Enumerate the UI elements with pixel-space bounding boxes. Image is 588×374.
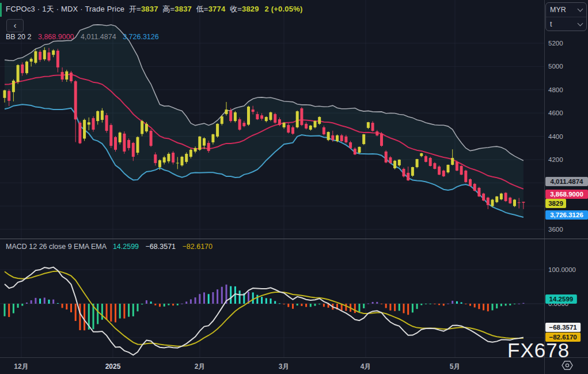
symbol-header: FCPOc3 · 1天 · MDX · Trade Price 开=3837 高… [6, 4, 303, 14]
chevron-down-icon [578, 6, 583, 12]
low-value: 3774 [208, 5, 226, 13]
bb-legend: BB 20 2 3,868.9000 4,011.4874 3,726.3126 [6, 33, 159, 41]
chart-canvas[interactable] [0, 0, 544, 357]
unit-select[interactable]: t [546, 17, 586, 31]
close-value: 3829 [242, 5, 259, 13]
high-label: 高= [162, 5, 174, 13]
currency-value: MYR [550, 6, 566, 14]
low-label: 低= [196, 5, 208, 13]
high-value: 3837 [174, 5, 192, 13]
macd-signal-value: −82.6170 [183, 243, 213, 251]
bb-upper-value: 4,011.4874 [81, 33, 116, 41]
chevron-left-icon: ‹ [14, 20, 17, 30]
back-button[interactable]: ‹ [6, 19, 24, 32]
symbol-title: FCPOc3 · 1天 · MDX · Trade Price [6, 5, 124, 13]
bb-lower-value: 3,726.3126 [123, 33, 159, 41]
edge-artifact [0, 3, 2, 17]
macd-line-value: −68.3571 [146, 243, 176, 251]
settings-icon[interactable] [560, 358, 574, 372]
chevron-down-icon [578, 21, 583, 27]
time-axis[interactable] [0, 358, 544, 374]
open-value: 3837 [141, 5, 158, 13]
currency-select[interactable]: MYR [546, 3, 586, 17]
open-label: 开= [129, 5, 141, 13]
unit-selector: MYR t [545, 2, 587, 31]
change-value: 2 (+0.05%) [265, 5, 303, 13]
bb-basis-value: 3,868.9000 [38, 33, 74, 41]
macd-legend: MACD 12 26 close 9 EMA EMA 14.2599 −68.3… [6, 243, 213, 251]
unit-value: t [550, 20, 552, 28]
bb-title: BB 20 2 [6, 33, 31, 41]
price-axis[interactable] [545, 0, 588, 357]
close-label: 收= [230, 5, 242, 13]
trading-chart-app: 5200500048004600440042003600100.00000.00… [0, 0, 588, 374]
macd-title: MACD 12 26 close 9 EMA EMA [6, 243, 106, 251]
macd-hist-value: 14.2599 [113, 243, 139, 251]
